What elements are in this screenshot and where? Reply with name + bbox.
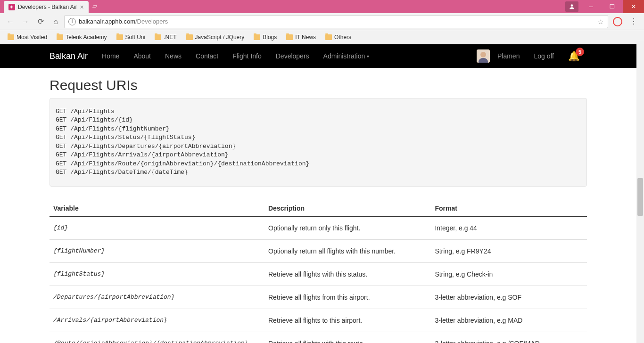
folder-icon: [325, 34, 332, 40]
browser-toolbar: ← → ⟳ ⌂ i balkanair.apphb.com/Developers…: [0, 13, 644, 30]
table-row: {flightStatus}Retrieve all flights with …: [50, 262, 587, 286]
cell-variable: {flightNumber}: [50, 239, 264, 262]
avatar: [477, 49, 490, 63]
forward-button[interactable]: →: [19, 15, 32, 28]
cell-format: 3-letter abbreviation, e.g /SOF/MAD: [431, 332, 587, 343]
table-row: /Route/{originAbbreviation}/{destination…: [50, 332, 587, 343]
bookmark-item[interactable]: .NET: [151, 32, 180, 42]
uri-list: GET /Api/Flights GET /Api/Flights/{id} G…: [50, 98, 587, 187]
folder-icon: [286, 34, 293, 40]
cell-format: String, e.g FR9Y24: [431, 239, 587, 262]
logoff-link[interactable]: Log off: [527, 44, 561, 68]
notifications-button[interactable]: 🔔 5: [561, 50, 587, 62]
browser-tab[interactable]: ✈ Developers - Balkan Air ×: [4, 1, 89, 13]
tab-close-icon[interactable]: ×: [80, 3, 83, 11]
cell-description: Retrieve all flights from this airport.: [264, 286, 431, 309]
nav-flight-info[interactable]: Flight Info: [225, 44, 268, 68]
folder-icon: [8, 34, 14, 40]
window-maximize-button[interactable]: ❐: [602, 0, 623, 13]
table-row: /Departures/{airportAbbreviation}Retriev…: [50, 286, 587, 309]
th-variable: Variable: [50, 201, 264, 216]
cell-format: 3-letter abbreviation, e.g SOF: [431, 286, 587, 309]
window-minimize-button[interactable]: ─: [580, 0, 602, 13]
th-description: Description: [264, 201, 431, 216]
nav-home[interactable]: Home: [95, 44, 126, 68]
caret-down-icon: ▾: [367, 54, 369, 59]
brand[interactable]: Balkan Air: [50, 51, 95, 61]
bookmark-item[interactable]: Telerik Academy: [53, 32, 110, 42]
cell-format: String, e.g Check-in: [431, 262, 587, 286]
window-close-button[interactable]: ✕: [623, 0, 644, 13]
table-row: {flightNumber}Optionally return all flig…: [50, 239, 587, 262]
page-title: Request URIs: [50, 77, 587, 93]
cell-format: Integer, e.g 44: [431, 216, 587, 240]
back-button[interactable]: ←: [4, 15, 17, 28]
bookmark-item[interactable]: JavaScript / JQuery: [182, 32, 248, 42]
folder-icon: [186, 34, 193, 40]
reload-button[interactable]: ⟳: [34, 15, 47, 28]
bookmark-item[interactable]: IT News: [282, 32, 320, 42]
opera-icon[interactable]: [613, 17, 622, 26]
new-tab-button[interactable]: ▱: [89, 2, 101, 9]
url-text: balkanair.apphb.com/Developers: [79, 18, 595, 25]
th-format: Format: [431, 201, 587, 216]
cell-description: Retrieve all flights with this status.: [264, 262, 431, 286]
bookmarks-bar: Most Visited Telerik Academy Soft Uni .N…: [0, 30, 644, 44]
folder-icon: [155, 34, 161, 40]
cell-description: Optionally return all flights with this …: [264, 239, 431, 262]
tab-title: Developers - Balkan Air: [18, 4, 77, 10]
cell-variable: /Arrivals/{airportAbbreviation}: [50, 309, 264, 332]
cell-variable: {id}: [50, 216, 264, 240]
cell-description: Retrieve all flights with this route.: [264, 332, 431, 343]
browser-titlebar: ✈ Developers - Balkan Air × ▱ ─ ❐ ✕: [0, 0, 644, 13]
cell-description: Optionally return only this flight.: [264, 216, 431, 240]
bookmark-item[interactable]: Blogs: [250, 32, 281, 42]
cell-description: Retrieve all flights to this airport.: [264, 309, 431, 332]
address-bar[interactable]: i balkanair.apphb.com/Developers ☆: [64, 15, 608, 28]
chrome-menu-icon[interactable]: ⋮: [627, 17, 640, 26]
cell-variable: /Departures/{airportAbbreviation}: [50, 286, 264, 309]
home-button[interactable]: ⌂: [49, 15, 62, 28]
cell-variable: {flightStatus}: [50, 262, 264, 286]
site-info-icon[interactable]: i: [68, 18, 76, 25]
table-row: {id}Optionally return only this flight.I…: [50, 216, 587, 240]
cell-format: 3-letter abbreviation, e.g MAD: [431, 309, 587, 332]
notifications-badge: 5: [576, 48, 584, 56]
table-row: /Arrivals/{airportAbbreviation}Retrieve …: [50, 309, 587, 332]
site-navbar: Balkan Air Home About News Contact Fligh…: [0, 44, 636, 68]
folder-icon: [254, 34, 260, 40]
svg-point-0: [571, 4, 573, 7]
variables-table: Variable Description Format {id}Optional…: [50, 201, 587, 343]
bookmark-item[interactable]: Soft Uni: [113, 32, 149, 42]
cell-variable: /Route/{originAbbreviation}/{destination…: [50, 332, 264, 343]
nav-news[interactable]: News: [158, 44, 189, 68]
folder-icon: [116, 34, 123, 40]
nav-developers[interactable]: Developers: [269, 44, 316, 68]
nav-administration[interactable]: Administration▾: [316, 44, 377, 68]
nav-about[interactable]: About: [126, 44, 158, 68]
favicon-icon: ✈: [8, 4, 15, 10]
folder-icon: [57, 34, 63, 40]
bookmark-item[interactable]: Others: [322, 32, 355, 42]
svg-point-2: [480, 52, 486, 57]
chrome-user-icon[interactable]: [565, 1, 578, 12]
bookmark-star-icon[interactable]: ☆: [598, 18, 604, 25]
nav-contact[interactable]: Contact: [189, 44, 225, 68]
bookmark-item[interactable]: Most Visited: [4, 32, 51, 42]
user-menu[interactable]: Plamen: [470, 44, 527, 68]
